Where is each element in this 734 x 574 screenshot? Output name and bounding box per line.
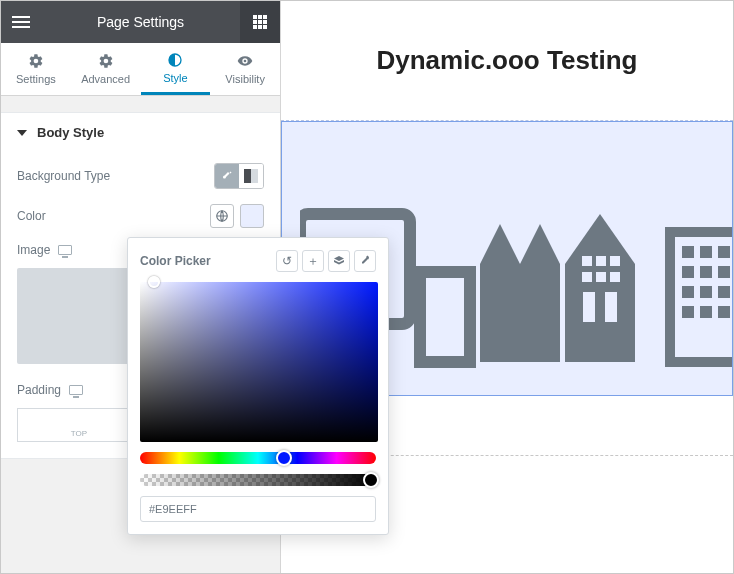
color-label: Color bbox=[17, 209, 46, 223]
svg-rect-19 bbox=[700, 266, 712, 278]
svg-rect-30 bbox=[718, 306, 730, 318]
gradient-icon bbox=[244, 169, 258, 183]
alpha-slider[interactable] bbox=[140, 474, 376, 486]
undo-icon: ↺ bbox=[282, 254, 292, 268]
padding-label: Padding bbox=[17, 383, 61, 397]
eyedropper-button[interactable] bbox=[354, 250, 376, 272]
color-add-button[interactable]: ＋ bbox=[302, 250, 324, 272]
svg-rect-9 bbox=[582, 272, 592, 282]
svg-marker-3 bbox=[480, 224, 560, 362]
sv-thumb[interactable] bbox=[148, 276, 160, 288]
svg-rect-11 bbox=[610, 272, 620, 282]
svg-rect-18 bbox=[682, 266, 694, 278]
panel-title: Page Settings bbox=[1, 14, 280, 30]
svg-rect-10 bbox=[596, 272, 606, 282]
hue-slider[interactable] bbox=[140, 452, 376, 464]
desktop-icon[interactable] bbox=[69, 385, 83, 395]
saturation-value-area[interactable] bbox=[140, 282, 378, 442]
padding-unit-label: TOP bbox=[71, 429, 87, 438]
tab-label: Settings bbox=[16, 73, 56, 85]
global-color-button[interactable] bbox=[210, 204, 234, 228]
bg-type-label: Background Type bbox=[17, 169, 110, 183]
tab-style[interactable]: Style bbox=[141, 43, 211, 95]
bg-type-switch bbox=[214, 163, 264, 189]
globe-icon bbox=[215, 209, 229, 223]
widgets-grid-button[interactable] bbox=[240, 1, 280, 43]
tab-label: Style bbox=[163, 72, 187, 84]
color-swatch[interactable] bbox=[240, 204, 264, 228]
contrast-icon bbox=[167, 52, 183, 68]
svg-rect-4 bbox=[583, 292, 595, 322]
panel-header: Page Settings bbox=[1, 1, 280, 43]
hue-thumb[interactable] bbox=[276, 450, 292, 466]
image-label: Image bbox=[17, 243, 50, 257]
section-toggle-body-style[interactable]: Body Style bbox=[1, 113, 280, 152]
svg-rect-23 bbox=[682, 286, 694, 298]
bg-type-gradient[interactable] bbox=[239, 164, 263, 188]
svg-rect-6 bbox=[582, 256, 592, 266]
plus-icon: ＋ bbox=[307, 253, 319, 270]
tab-label: Visibility bbox=[225, 73, 265, 85]
panel-tabs: Settings Advanced Style Visibility bbox=[1, 43, 280, 96]
svg-rect-7 bbox=[596, 256, 606, 266]
hamburger-icon bbox=[12, 16, 30, 28]
stack-icon bbox=[333, 255, 345, 267]
tab-settings[interactable]: Settings bbox=[1, 43, 71, 95]
tab-visibility[interactable]: Visibility bbox=[210, 43, 280, 95]
svg-rect-28 bbox=[682, 306, 694, 318]
eye-icon bbox=[237, 53, 253, 69]
caret-down-icon bbox=[17, 130, 27, 136]
svg-rect-5 bbox=[605, 292, 617, 322]
eyedropper-icon bbox=[359, 255, 371, 267]
color-reset-button[interactable]: ↺ bbox=[276, 250, 298, 272]
grid-icon bbox=[253, 15, 267, 29]
gear-icon bbox=[98, 53, 114, 69]
gear-icon bbox=[28, 53, 44, 69]
tab-label: Advanced bbox=[81, 73, 130, 85]
menu-button[interactable] bbox=[1, 1, 41, 43]
padding-top-input[interactable] bbox=[18, 415, 140, 429]
desktop-icon[interactable] bbox=[58, 245, 72, 255]
color-library-button[interactable] bbox=[328, 250, 350, 272]
svg-rect-20 bbox=[718, 266, 730, 278]
svg-rect-15 bbox=[718, 246, 730, 258]
svg-rect-8 bbox=[610, 256, 620, 266]
tab-advanced[interactable]: Advanced bbox=[71, 43, 141, 95]
hex-input[interactable] bbox=[140, 496, 376, 522]
svg-rect-14 bbox=[700, 246, 712, 258]
brush-icon bbox=[221, 170, 233, 182]
page-heading[interactable]: Dynamic.ooo Testing bbox=[281, 1, 733, 121]
color-picker-popover: Color Picker ↺ ＋ bbox=[127, 237, 389, 535]
section-title: Body Style bbox=[37, 125, 104, 140]
alpha-thumb[interactable] bbox=[363, 472, 379, 488]
svg-rect-24 bbox=[700, 286, 712, 298]
svg-rect-13 bbox=[682, 246, 694, 258]
svg-rect-29 bbox=[700, 306, 712, 318]
svg-rect-25 bbox=[718, 286, 730, 298]
color-picker-title: Color Picker bbox=[140, 254, 211, 268]
bg-type-classic[interactable] bbox=[215, 164, 239, 188]
svg-rect-2 bbox=[420, 272, 470, 362]
